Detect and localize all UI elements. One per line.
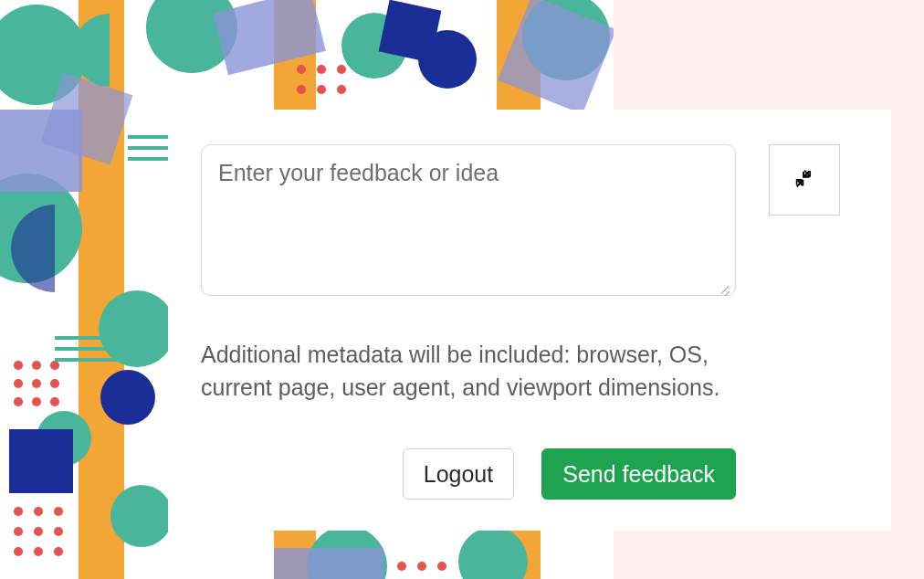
svg-point-41 (317, 65, 326, 74)
svg-point-27 (50, 379, 59, 388)
metadata-note: Additional metadata will be included: br… (201, 338, 738, 405)
feedback-modal: Additional metadata will be included: br… (168, 110, 891, 531)
svg-point-45 (337, 85, 346, 94)
svg-point-31 (14, 507, 23, 516)
svg-point-44 (317, 85, 326, 94)
button-row: Logout Send feedback (201, 448, 736, 500)
svg-point-22 (14, 361, 23, 370)
svg-point-33 (54, 507, 63, 516)
collapse-button[interactable] (769, 144, 840, 216)
svg-point-36 (54, 527, 63, 536)
svg-point-29 (32, 397, 41, 406)
svg-point-48 (437, 562, 446, 571)
svg-point-8 (99, 290, 175, 367)
svg-point-25 (14, 379, 23, 388)
svg-point-23 (32, 361, 41, 370)
svg-point-40 (297, 65, 306, 74)
svg-marker-55 (803, 170, 810, 177)
send-feedback-button[interactable]: Send feedback (541, 448, 736, 500)
feedback-input[interactable] (201, 144, 736, 296)
svg-point-39 (54, 547, 63, 556)
svg-point-24 (50, 361, 59, 370)
svg-point-32 (34, 507, 43, 516)
svg-point-43 (297, 85, 306, 94)
svg-rect-13 (9, 429, 73, 493)
logout-button[interactable]: Logout (403, 448, 514, 500)
svg-point-15 (418, 30, 477, 89)
svg-point-26 (32, 379, 41, 388)
svg-point-38 (34, 547, 43, 556)
svg-point-35 (34, 527, 43, 536)
svg-point-37 (14, 547, 23, 556)
svg-point-10 (110, 485, 173, 547)
collapse-icon (793, 168, 816, 192)
svg-point-47 (417, 562, 426, 571)
svg-point-30 (50, 397, 59, 406)
svg-point-16 (100, 370, 155, 425)
svg-rect-21 (274, 548, 383, 579)
svg-point-28 (14, 397, 23, 406)
svg-point-46 (397, 562, 406, 571)
svg-point-42 (337, 65, 346, 74)
svg-point-34 (14, 527, 23, 536)
